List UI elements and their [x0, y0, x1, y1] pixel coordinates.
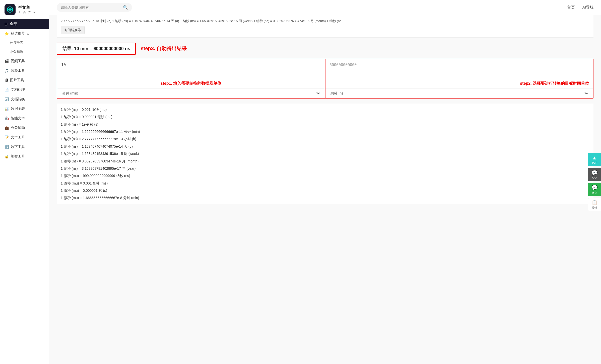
star-icon: ⭐: [5, 32, 9, 36]
office-icon: 💼: [5, 126, 9, 130]
sidebar-item-office[interactable]: 💼 办公辅助: [0, 123, 49, 133]
header: 🔍 首页 AI导航: [49, 0, 601, 15]
converter-left-select-row: 纳秒 (ns) 微秒 (mu) 毫秒 (ms) 秒 (s) 分钟 (min) 小…: [57, 88, 325, 98]
list-item: 1 纳秒 (ns) = 2.7777777777777778e-13 小时 (h…: [61, 135, 589, 143]
doc-process-icon: 📄: [5, 88, 9, 92]
list-item: 1 微秒 (mu) = 999.9999999999999 纳秒 (ns): [61, 172, 589, 179]
data-chart-label: 数据图表: [11, 107, 25, 111]
converter-right: 600000000000 step2. 选择要进行转换的目标时间单位 纳秒 (n…: [325, 59, 593, 99]
source-unit-select[interactable]: 纳秒 (ns) 微秒 (mu) 毫秒 (ms) 秒 (s) 分钟 (min) 小…: [61, 91, 321, 96]
nav-home[interactable]: 首页: [567, 5, 575, 10]
result-box: 结果: 10 min = 600000000000 ns step3. 自动得出…: [57, 43, 593, 55]
all-label: 全部: [10, 22, 17, 26]
video-label: 视频工具: [11, 59, 25, 63]
logo-area: 半文鱼 工 具 大 全: [0, 0, 49, 19]
sidebar-item-data-chart[interactable]: 📊 数据图表: [0, 104, 49, 114]
sidebar-item-doc-convert[interactable]: 🔄 文档转换: [0, 95, 49, 104]
wechat-button[interactable]: 💬 微信: [588, 183, 601, 196]
conversion-list: 1 纳秒 (ns) = 0.001 微秒 (mu)1 纳秒 (ns) = 0.0…: [57, 104, 593, 204]
list-item: 1 微秒 (mu) = 1.6666666666666667e-8 分钟 (mi…: [61, 194, 589, 202]
sidebar-item-audio[interactable]: 🎵 音频工具: [0, 66, 49, 75]
top-label: TOP: [592, 161, 597, 164]
search-input[interactable]: [61, 6, 121, 10]
converter-left-textarea[interactable]: 10: [57, 59, 325, 79]
list-item: 1 微秒 (mu) = 0.001 毫秒 (ms): [61, 180, 589, 187]
right-select-wrapper: 纳秒 (ns) 微秒 (mu) 毫秒 (ms) 秒 (s) 分钟 (min) 小…: [329, 91, 589, 96]
sidebar-section-featured-header[interactable]: ⭐ 精选推荐 ∧: [0, 29, 49, 38]
list-item: 1 纳秒 (ns) = 3.802570537683474e-16 月 (mon…: [61, 158, 589, 165]
info-bar: 2.7777777777777778e-13 小时 (h) 1 纳秒 (ns) …: [57, 15, 593, 38]
search-icon: 🔍: [123, 5, 128, 10]
encrypt-label: 加密工具: [11, 154, 25, 159]
step1-label: step1. 填入需要转换的数据及单位: [161, 80, 222, 88]
sidebar-item-number-tool[interactable]: 🔢 数字工具: [0, 142, 49, 152]
search-box[interactable]: 🔍: [57, 3, 132, 12]
feedback-icon: 📋: [592, 200, 597, 205]
header-nav: 首页 AI导航: [567, 5, 593, 10]
qq-icon: 💬: [591, 170, 598, 176]
office-label: 办公辅助: [11, 126, 25, 130]
converter-row: 10 step1. 填入需要转换的数据及单位 纳秒 (ns) 微秒 (mu) 毫…: [57, 59, 593, 99]
number-tool-icon: 🔢: [5, 145, 9, 149]
sidebar-sub-item-popular[interactable]: 热度最高: [0, 38, 49, 47]
video-icon: 🎬: [5, 59, 9, 63]
float-sidebar: ▲ TOP 💬 QQ 💬 微信 📋 反馈: [588, 153, 601, 211]
featured-label: 精选推荐: [11, 31, 25, 36]
sidebar-item-smart-text[interactable]: 🤖 智能文本: [0, 114, 49, 123]
text-tool-icon: 📝: [5, 135, 9, 139]
list-item: 1 纳秒 (ns) = 1.6666666666666667e-11 分钟 (m…: [61, 128, 589, 135]
sidebar-item-text-tool[interactable]: 📝 文本工具: [0, 133, 49, 142]
left-select-wrapper: 纳秒 (ns) 微秒 (mu) 毫秒 (ms) 秒 (s) 分钟 (min) 小…: [61, 91, 321, 96]
wechat-icon: 💬: [591, 185, 598, 191]
nav-ai[interactable]: AI导航: [582, 5, 593, 10]
image-icon: 🖼: [5, 78, 8, 82]
top-icon: ▲: [592, 155, 597, 161]
sidebar-item-image[interactable]: 🖼 图片工具: [0, 75, 49, 85]
step2-label: step2. 选择要进行转换的目标时间单位: [520, 81, 589, 86]
doc-process-label: 文档处理: [11, 87, 25, 92]
doc-convert-icon: 🔄: [5, 97, 9, 101]
image-label: 图片工具: [10, 78, 24, 82]
sidebar-sub-item-selected[interactable]: 小鱼精选: [0, 47, 49, 56]
sidebar-item-video[interactable]: 🎬 视频工具: [0, 56, 49, 66]
smart-text-label: 智能文本: [11, 116, 25, 121]
logo-icon: [5, 4, 16, 15]
sidebar-item-all[interactable]: ⊞ 全部: [0, 19, 49, 29]
sidebar-item-encrypt[interactable]: 🔒 加密工具: [0, 152, 49, 161]
chevron-up-icon: ∧: [27, 32, 29, 35]
time-converter-button[interactable]: 时间转换器: [61, 26, 85, 34]
qq-label: QQ: [592, 176, 596, 179]
step3-label: step3. 自动得出结果: [141, 45, 187, 52]
number-tool-label: 数字工具: [11, 145, 25, 149]
grid-icon: ⊞: [5, 22, 8, 26]
data-chart-icon: 📊: [5, 107, 9, 111]
logo-name: 半文鱼: [18, 5, 37, 10]
list-item: 1 纳秒 (ns) = 0.001 微秒 (mu): [61, 106, 589, 113]
logo-subtitle: 工 具 大 全: [18, 10, 37, 14]
feedback-button[interactable]: 📋 反馈: [588, 198, 601, 211]
scroll-top-button[interactable]: ▲ TOP: [588, 153, 601, 166]
info-bar-text: 2.7777777777777778e-13 小时 (h) 1 纳秒 (ns) …: [61, 19, 341, 23]
sidebar-item-doc-process[interactable]: 📄 文档处理: [0, 85, 49, 95]
sidebar: 半文鱼 工 具 大 全 ⊞ 全部 ⭐ 精选推荐 ∧ 热度最高 小鱼精选 🎬 视频…: [0, 0, 49, 364]
converter-right-textarea[interactable]: 600000000000: [325, 59, 593, 79]
sidebar-section-featured: ⭐ 精选推荐 ∧ 热度最高 小鱼精选: [0, 29, 49, 56]
audio-label: 音频工具: [11, 68, 25, 73]
content-area: 2.7777777777777778e-13 小时 (h) 1 纳秒 (ns) …: [49, 15, 601, 364]
feedback-label: 反馈: [592, 206, 597, 210]
target-unit-select[interactable]: 纳秒 (ns) 微秒 (mu) 毫秒 (ms) 秒 (s) 分钟 (min) 小…: [329, 91, 589, 96]
result-label: 结果: 10 min = 600000000000 ns: [57, 43, 136, 55]
qq-button[interactable]: 💬 QQ: [588, 168, 601, 181]
list-item: 1 纳秒 (ns) = 3.168808781402895e-17 年 (yea…: [61, 165, 589, 172]
list-item: 1 纳秒 (ns) = 1.1574074074074075e-14 天 (d): [61, 143, 589, 150]
wechat-label: 微信: [592, 191, 597, 195]
converter-right-select-row: 纳秒 (ns) 微秒 (mu) 毫秒 (ms) 秒 (s) 分钟 (min) 小…: [325, 88, 593, 98]
list-item: 1 微秒 (mu) = 0.000001 秒 (s): [61, 187, 589, 194]
list-item: 1 纳秒 (ns) = 1e-9 秒 (s): [61, 121, 589, 128]
converter-left: 10 step1. 填入需要转换的数据及单位 纳秒 (ns) 微秒 (mu) 毫…: [57, 59, 325, 99]
smart-text-icon: 🤖: [5, 116, 9, 120]
doc-convert-label: 文档转换: [11, 97, 25, 102]
text-tool-label: 文本工具: [11, 135, 25, 140]
list-item: 1 纳秒 (ns) = 0.000001 毫秒 (ms): [61, 113, 589, 121]
main-area: 🔍 首页 AI导航 2.7777777777777778e-13 小时 (h) …: [49, 0, 601, 364]
